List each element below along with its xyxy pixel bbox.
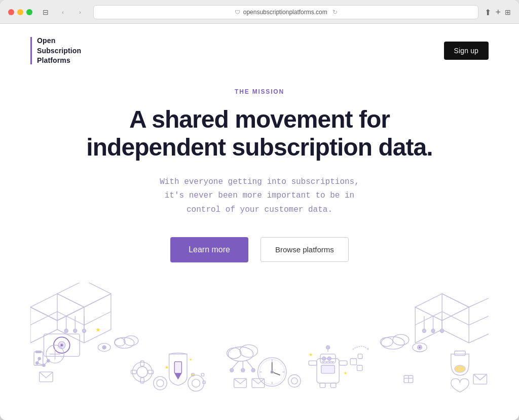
svg-text:★: ★ bbox=[95, 326, 101, 333]
cta-buttons: Learn more Browse platforms bbox=[170, 237, 349, 262]
share-icon[interactable]: ⬆ bbox=[485, 8, 491, 17]
svg-point-41 bbox=[157, 379, 164, 387]
learn-more-button[interactable]: Learn more bbox=[170, 237, 248, 262]
address-bar-container: 🛡 opensubscriptionplatforms.com ↻ bbox=[93, 5, 478, 19]
svg-text:›: › bbox=[367, 346, 369, 352]
signup-button[interactable]: Sign up bbox=[444, 42, 489, 60]
tabs-icon[interactable]: ⊞ bbox=[505, 8, 511, 16]
svg-rect-83 bbox=[320, 383, 325, 388]
svg-point-54 bbox=[241, 368, 245, 372]
svg-rect-81 bbox=[309, 361, 317, 365]
mission-label: THE MISSION bbox=[235, 88, 284, 95]
svg-point-9 bbox=[102, 346, 106, 349]
hero-section: THE MISSION A shared movement for indepe… bbox=[0, 78, 519, 420]
svg-rect-33 bbox=[131, 370, 137, 373]
hero-title: A shared movement for independent subscr… bbox=[86, 105, 432, 161]
svg-point-94 bbox=[422, 329, 426, 332]
svg-point-104 bbox=[455, 365, 465, 372]
svg-point-13 bbox=[64, 329, 68, 332]
close-button[interactable] bbox=[8, 9, 14, 15]
minimize-button[interactable] bbox=[17, 9, 23, 15]
svg-rect-35 bbox=[174, 362, 181, 373]
svg-point-29 bbox=[132, 362, 152, 382]
svg-point-99 bbox=[380, 337, 393, 347]
reload-icon[interactable]: ↻ bbox=[332, 9, 338, 16]
forward-button[interactable]: › bbox=[73, 7, 87, 17]
svg-point-43 bbox=[192, 379, 200, 387]
svg-text:★: ★ bbox=[189, 358, 192, 361]
logo: Open Subscription Platforms bbox=[30, 36, 81, 66]
browse-platforms-button[interactable]: Browse platforms bbox=[261, 237, 349, 262]
svg-point-102 bbox=[419, 347, 421, 349]
maximize-button[interactable] bbox=[26, 9, 32, 15]
svg-rect-45 bbox=[201, 373, 204, 376]
browser-chrome: ⊟ ‹ › 🛡 opensubscriptionplatforms.com ↻ … bbox=[0, 0, 519, 24]
svg-rect-34 bbox=[148, 370, 154, 373]
svg-point-95 bbox=[431, 329, 435, 332]
svg-point-30 bbox=[137, 366, 147, 377]
hero-illustration: ★ bbox=[30, 283, 489, 394]
svg-point-48 bbox=[240, 345, 257, 357]
browser-window: ⊟ ‹ › 🛡 opensubscriptionplatforms.com ↻ … bbox=[0, 0, 519, 420]
new-tab-icon[interactable]: + bbox=[495, 7, 501, 18]
svg-point-14 bbox=[73, 329, 77, 332]
svg-text:★: ★ bbox=[344, 370, 347, 375]
svg-point-15 bbox=[82, 329, 86, 332]
svg-rect-87 bbox=[350, 358, 356, 364]
svg-rect-88 bbox=[358, 354, 362, 359]
svg-marker-36 bbox=[174, 373, 181, 379]
website-content: Open Subscription Platforms Sign up THE … bbox=[0, 24, 519, 420]
svg-point-27 bbox=[124, 335, 138, 345]
navbar: Open Subscription Platforms Sign up bbox=[0, 24, 519, 78]
svg-line-52 bbox=[246, 360, 253, 369]
svg-rect-82 bbox=[339, 361, 347, 365]
window-controls: ⊟ ‹ › bbox=[39, 7, 87, 17]
security-icon: 🛡 bbox=[235, 9, 240, 15]
svg-rect-80 bbox=[321, 365, 335, 373]
svg-line-25 bbox=[44, 361, 48, 365]
svg-point-49 bbox=[227, 348, 241, 358]
svg-rect-89 bbox=[357, 365, 362, 371]
logo-bar bbox=[30, 37, 32, 64]
svg-point-79 bbox=[326, 346, 330, 349]
svg-rect-103 bbox=[455, 351, 465, 355]
svg-rect-31 bbox=[140, 361, 144, 366]
svg-line-50 bbox=[232, 361, 238, 369]
hero-subtitle: With everyone getting into subscriptions… bbox=[160, 175, 359, 217]
svg-text:★: ★ bbox=[165, 365, 169, 370]
logo-text: Open Subscription Platforms bbox=[37, 36, 81, 66]
url-text: opensubscriptionplatforms.com bbox=[243, 9, 327, 16]
svg-text:★: ★ bbox=[309, 352, 313, 357]
svg-rect-17 bbox=[36, 351, 42, 353]
svg-point-55 bbox=[251, 368, 255, 372]
svg-point-60 bbox=[271, 370, 273, 373]
svg-point-3 bbox=[60, 343, 63, 346]
back-button[interactable]: ‹ bbox=[56, 7, 70, 17]
browser-actions: ⬆ + ⊞ bbox=[485, 7, 511, 18]
svg-rect-32 bbox=[140, 377, 144, 383]
illustration-svg: ★ bbox=[30, 283, 489, 394]
svg-point-67 bbox=[288, 374, 301, 387]
svg-point-96 bbox=[440, 329, 444, 332]
svg-point-71 bbox=[322, 357, 326, 360]
svg-point-53 bbox=[230, 368, 234, 372]
svg-point-72 bbox=[327, 357, 331, 360]
svg-point-40 bbox=[154, 376, 167, 390]
svg-point-98 bbox=[393, 334, 409, 345]
svg-rect-84 bbox=[330, 383, 336, 388]
svg-point-68 bbox=[291, 377, 298, 384]
traffic-lights bbox=[8, 9, 32, 15]
sidebar-toggle[interactable]: ⊟ bbox=[39, 7, 53, 17]
address-bar[interactable]: 🛡 opensubscriptionplatforms.com ↻ bbox=[93, 5, 478, 19]
svg-point-42 bbox=[188, 375, 204, 391]
svg-point-28 bbox=[115, 338, 125, 346]
